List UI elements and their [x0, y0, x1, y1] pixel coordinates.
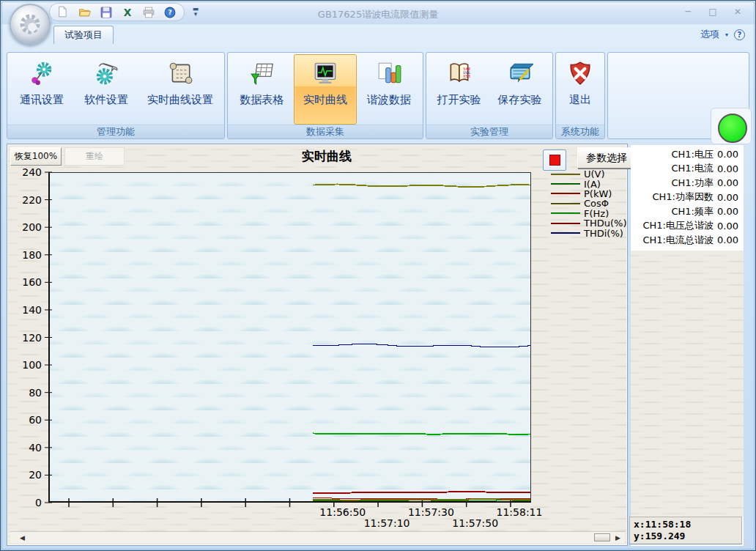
reading-row: CH1:电压 0.00 [631, 147, 744, 162]
reading-label: CH1:电流 [631, 162, 714, 175]
ribbon-tab-strip: 试验项目 选项 ▾ ? [2, 24, 754, 44]
svg-text:11:57:10: 11:57:10 [364, 517, 410, 529]
cursor-x-value: x:11:58:18 [634, 519, 738, 530]
scroll-right-icon[interactable]: ▶ [615, 534, 620, 541]
ribbon-group: 退出系统功能 [555, 52, 605, 139]
ribbon-button[interactable]: 谐波数据 [357, 54, 420, 125]
ribbon-button-label: 实时曲线 [303, 93, 347, 107]
minimize-button[interactable]: ─ [678, 5, 698, 18]
ribbon-button[interactable]: 5X0UVEX53 打开实验 [429, 54, 489, 125]
reading-label: CH1:功率 [631, 177, 714, 190]
ribbon-group: 数据表格 实时曲线 谐波数据数据采集 [227, 52, 423, 139]
svg-text:?: ? [168, 9, 171, 16]
reading-row: CH1:电压总谐波 0.00 [631, 219, 744, 234]
horizontal-scrollbar[interactable]: ◀ ▶ [10, 531, 625, 543]
qat-customize-icon[interactable]: ▬▾ [191, 7, 200, 17]
scroll-settings-icon [167, 60, 193, 86]
new-document-icon[interactable] [57, 6, 70, 19]
svg-text:11:57:50: 11:57:50 [452, 517, 498, 529]
save-notebook-icon [507, 60, 533, 86]
help-icon[interactable]: ? [734, 29, 745, 40]
reading-value: 0.00 [717, 177, 744, 188]
stop-acquisition-button[interactable] [543, 149, 566, 171]
ribbon-button[interactable]: 实时曲线 [294, 54, 357, 125]
options-menu[interactable]: 选项 [700, 28, 719, 41]
cursor-y-value: y:159.249 [634, 530, 738, 542]
legend-item: THDu(%) [551, 218, 626, 228]
excel-export-icon[interactable]: X [121, 6, 134, 19]
legend-item: THDi(%) [551, 228, 626, 237]
print-icon[interactable] [142, 6, 155, 19]
wrench-gear-icon [93, 60, 119, 86]
scroll-left-icon[interactable]: ◀ [20, 534, 25, 541]
scrollbar-thumb[interactable] [594, 533, 610, 541]
svg-text:60: 60 [29, 414, 42, 426]
legend-line-swatch [551, 193, 580, 194]
ribbon-button[interactable]: 实时曲线设置 [138, 54, 222, 125]
ribbon-group-label: 实验管理 [426, 125, 552, 138]
svg-text:100: 100 [22, 359, 42, 371]
svg-text:0: 0 [35, 497, 42, 509]
svg-text:11:58:11: 11:58:11 [497, 506, 543, 518]
exit-shield-icon [567, 60, 593, 86]
application-menu-button[interactable] [10, 4, 51, 45]
help-icon[interactable]: ? [163, 6, 177, 19]
ribbon-spacer-panel [607, 52, 749, 139]
ribbon-button-label: 谐波数据 [367, 93, 411, 107]
ribbon: 通讯设置 软件设置 实时曲线设置管理功能 数据表格 实时曲线 谐波数据数据采集5… [7, 52, 749, 139]
legend-item: F(Hz) [551, 209, 626, 218]
ribbon-button[interactable]: 数据表格 [230, 54, 294, 125]
close-button[interactable]: ✕ [727, 5, 748, 18]
reading-label: CH1:电压 [631, 148, 714, 161]
cursor-coordinates: x:11:58:18 y:159.249 [629, 517, 742, 544]
chart-panel: 恢复100% 重绘 实时曲线 0204060801001201401601802… [7, 144, 628, 546]
svg-text:20: 20 [29, 469, 42, 481]
reading-value: 0.00 [717, 234, 744, 245]
open-file-icon[interactable] [78, 6, 92, 19]
svg-text:X: X [124, 6, 132, 18]
caption-buttons: ─ □ ✕ [678, 5, 748, 18]
reading-row: CH1:电流总谐波 0.00 [631, 233, 744, 248]
ribbon-button[interactable]: 退出 [558, 54, 602, 125]
ribbon-group: 通讯设置 软件设置 实时曲线设置管理功能 [7, 52, 225, 139]
reading-value: 0.00 [717, 149, 744, 160]
tab-test-items[interactable]: 试验项目 [53, 26, 114, 44]
comm-gear-icon [29, 60, 55, 86]
svg-text:11:56:50: 11:56:50 [319, 506, 366, 518]
svg-text:40: 40 [29, 442, 42, 454]
maximize-button[interactable]: □ [703, 5, 723, 18]
legend-item: P(kW) [551, 189, 626, 199]
reading-row: CH1:频率 0.00 [631, 204, 744, 219]
reading-value: 0.00 [717, 163, 744, 174]
parameter-select-button[interactable]: 参数选择 [577, 147, 636, 169]
ribbon-button-label: 退出 [569, 93, 591, 107]
reading-label: CH1:功率因数 [631, 191, 714, 204]
readings-panel: CH1:电压 0.00CH1:电流 0.00CH1:功率 0.00CH1:功率因… [631, 145, 744, 546]
svg-text:200: 200 [22, 221, 42, 233]
status-indicator [718, 114, 747, 143]
ribbon-button[interactable]: 软件设置 [74, 54, 138, 125]
legend-line-swatch [551, 183, 580, 185]
reading-value: 0.00 [717, 192, 744, 203]
reading-label: CH1:电流总谐波 [631, 234, 714, 247]
svg-text:11:57:30: 11:57:30 [408, 506, 454, 518]
app-window: GB17625谐波电流限值测量 ─ □ ✕ X? ▬▾ 试验项目 选项 ▾ ? … [0, 0, 756, 551]
svg-text:160: 160 [22, 276, 42, 288]
ribbon-group-label: 管理功能 [7, 125, 224, 138]
ribbon-group: 5X0UVEX53 打开实验 保存实验实验管理 [426, 52, 553, 139]
reading-row: CH1:电流 0.00 [631, 162, 744, 177]
reading-row: CH1:功率因数 0.00 [631, 191, 744, 205]
svg-text:180: 180 [22, 249, 42, 261]
harmonic-bars-icon [376, 60, 402, 86]
svg-text:80: 80 [29, 387, 42, 399]
reading-value: 0.00 [717, 206, 744, 217]
legend-item: U(V) [551, 169, 626, 179]
ribbon-button-label: 软件设置 [84, 93, 128, 107]
svg-text:120: 120 [22, 332, 42, 344]
ribbon-button-label: 数据表格 [240, 93, 284, 107]
ribbon-button[interactable]: 保存实验 [489, 54, 550, 125]
save-icon[interactable] [100, 6, 113, 19]
reading-row: CH1:功率 0.00 [631, 176, 744, 191]
ribbon-button[interactable]: 通讯设置 [10, 54, 74, 125]
legend-item: I(A) [551, 179, 626, 188]
